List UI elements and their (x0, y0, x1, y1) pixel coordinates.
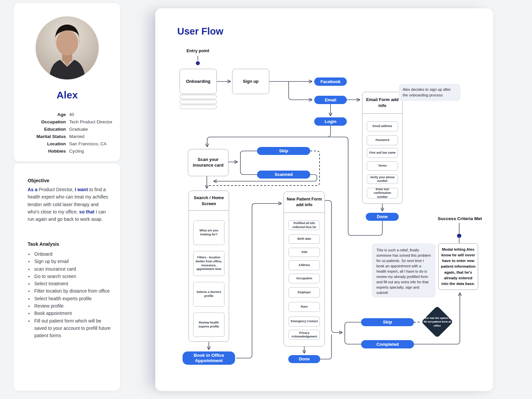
task-item: Book appointment (33, 310, 113, 317)
task-item: Fill out patient form which will be save… (33, 317, 113, 339)
attr-value: Cycling (69, 148, 118, 154)
avatar (36, 16, 99, 79)
patient-form-field: SSN (289, 248, 320, 257)
facebook-button[interactable]: Facebook (314, 77, 347, 86)
email-form-field: Terms (367, 161, 398, 171)
search-step: Selects a doctors profile (193, 282, 224, 307)
persona-card: Alex Age 40 Occupation Tech Product Dire… (13, 3, 120, 162)
email-form-done-button[interactable]: Done (366, 213, 399, 221)
success-criteria-label: Success Criteria Met (427, 216, 493, 221)
task-item: Sign up by email (33, 258, 113, 265)
objective-bold: As a (28, 187, 38, 192)
patient-form-field: Emergency Contact (289, 317, 320, 327)
attr-label: Marital Status (19, 134, 66, 139)
task-item: Go to search screen (33, 273, 113, 280)
book-appointment-button[interactable]: Book in Office Appointment (183, 351, 235, 365)
search-step: What are you looking for? (193, 220, 224, 245)
attr-label: Age (19, 112, 66, 117)
skip-office-button[interactable]: Skip (361, 318, 414, 326)
patient-form-field: Race (289, 302, 320, 312)
objective-heading: Objective (28, 178, 49, 183)
completed-button[interactable]: Completed (361, 340, 414, 348)
attr-label: Education (19, 126, 66, 132)
task-item: scan insurance card (33, 265, 113, 273)
search-home-title: Search / Home Screen (189, 191, 229, 211)
objective-bold: so that (79, 209, 94, 214)
onboarding-node: Onboarding (180, 69, 217, 94)
signup-node: Sign up (232, 69, 269, 94)
attr-value: Married (69, 134, 118, 139)
persona-name: Alex (14, 89, 121, 101)
task-item: Select treatment (33, 280, 113, 287)
entry-point-label: Entry point (181, 48, 214, 53)
objective-bold: I want (75, 187, 88, 192)
user-flow-board: Alex Age 40 Occupation Tech Product Dire… (0, 0, 532, 399)
attr-label: Hobbies (19, 148, 66, 154)
email-form-field: Password (367, 135, 398, 145)
task-item: Review profile (33, 302, 113, 310)
task-item: Select health experts profile (33, 295, 113, 302)
decision-diamond-label: User has the option to fill out patient … (423, 311, 452, 332)
attr-label: Location (19, 141, 66, 147)
scanned-button[interactable]: Scanned (257, 171, 310, 179)
modal-note: Modal letting Alex know he will never ha… (438, 243, 478, 290)
persona-attributes: Age 40 Occupation Tech Product Director … (19, 112, 118, 154)
signup-note: Alex decides to sign up after the onboar… (399, 84, 461, 101)
patient-form-field: Privacy Acknowledgement (289, 330, 320, 340)
skip-button[interactable]: Skip (257, 147, 310, 155)
thought-note: This is such a relief, finally someone h… (372, 243, 436, 298)
patient-form-field: Address (289, 260, 320, 270)
patient-form-title: New Patient Form add info (284, 192, 325, 213)
email-form-field: Email address (367, 121, 398, 131)
objective-seg: Product Director, (38, 187, 75, 192)
onboarding-stack-layer (180, 105, 217, 109)
patient-form-field: Occupation (289, 274, 320, 283)
email-button[interactable]: Email (314, 96, 347, 104)
search-step: Review health experts profile (193, 313, 224, 337)
email-form-field: First and last name (367, 148, 398, 158)
task-item: Filter location by distance from office (33, 287, 113, 295)
patient-form-field: Prefilled all info collected thus far (289, 220, 320, 230)
onboarding-stack-layer (180, 95, 217, 99)
attr-value: 40 (69, 112, 118, 117)
patient-form-done-button[interactable]: Done (288, 355, 320, 363)
email-form-field: Enter text confirmation number (367, 188, 398, 199)
email-form-field: Verify your phone number (367, 175, 398, 184)
patient-form-field: Birth date (289, 234, 320, 244)
objective-text: As a Product Director, I want to find a … (28, 186, 111, 223)
tasks-heading: Task Analysis (28, 241, 59, 247)
persona-details-card: Objective As a Product Director, I want … (13, 163, 120, 391)
attr-value: San Francisco, CA (69, 141, 118, 147)
email-form-title: Email Form add info (362, 92, 402, 114)
scan-insurance-node: Scan your insurance card (188, 149, 228, 176)
task-list: Onboard Sign up by email scan insurance … (28, 250, 113, 339)
onboarding-stack-layer (180, 100, 217, 104)
attr-label: Occupation (19, 119, 66, 125)
patient-form-field: Employer (289, 287, 320, 298)
login-button[interactable]: Login (314, 117, 347, 126)
attr-value: Graduate (69, 126, 118, 132)
task-item: Onboard (33, 250, 113, 258)
search-step: Filters - location 5miles from office, i… (193, 251, 224, 276)
page-title: User Flow (177, 26, 223, 37)
attr-value: Tech Product Director (69, 119, 118, 125)
